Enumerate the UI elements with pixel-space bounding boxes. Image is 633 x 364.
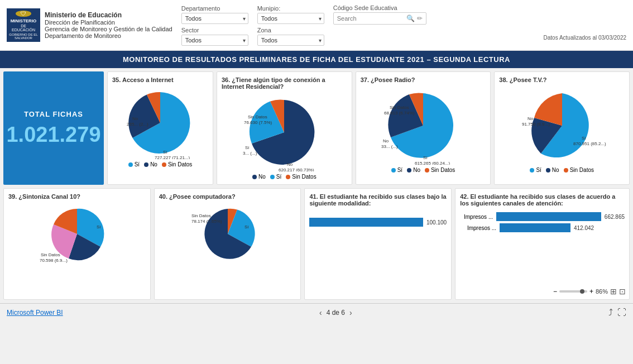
legend-item-no: No (144, 161, 157, 167)
zoom-plus-btn[interactable]: + (589, 288, 593, 295)
fullscreen-icon[interactable]: ⛶ (617, 308, 626, 318)
chart-36-svg: Sin Datos 76.630 (7.5%) Sí 3... (...) No… (239, 93, 329, 171)
municipio-select-wrapper[interactable]: Todos (257, 13, 324, 24)
zona-select-wrapper[interactable]: Todos (257, 35, 324, 46)
card-37-title: 37. ¿Posee Radio? (361, 76, 486, 83)
bar-row-42-1: Impresos ... 662.865 (460, 212, 625, 221)
zoom-fit-icon[interactable]: ⊡ (619, 287, 626, 296)
zona-label: Zona (257, 27, 324, 33)
bar-value-42-2: 412.042 (574, 225, 594, 231)
main-content: TOTAL FICHAS 1.021.279 35. Acceso a Inte… (0, 68, 633, 303)
legend-36-label-no: No (258, 174, 266, 180)
card-38-pie: No 91.750 (8.9...) Sí 870.951 (85.2...) … (499, 87, 625, 173)
zoom-slider[interactable] (559, 290, 587, 293)
logo-title: MINISTERIO (11, 18, 37, 24)
legend-37-label-sindatos: Sin Datos (431, 167, 455, 173)
legend-38-no: No (546, 167, 559, 173)
powerbi-link[interactable]: Microsoft Power BI (7, 309, 63, 317)
prev-page-btn[interactable]: ‹ (319, 308, 322, 317)
legend-37-dot-si (391, 168, 396, 173)
card-38: 38. ¿Posee T.V.? No 91.750 (8.9...) Sí 8… (494, 71, 630, 185)
chart-38-svg: No 91.750 (8.9...) Sí 870.951 (85.2...) (517, 87, 607, 165)
legend-37-sindatos: Sin Datos (425, 167, 455, 173)
legend-36-si: Sí (270, 174, 281, 180)
card-42-bars: Impresos ... 662.865 Impresos ... 412.04… (460, 212, 625, 232)
legend-item-sindatos: Sin Datos (162, 161, 192, 167)
zoom-minus-btn[interactable]: − (553, 288, 557, 295)
svg-text:Sí: Sí (245, 145, 250, 150)
total-fichas-label: TOTAL FICHAS (24, 110, 83, 118)
zoom-thumb (580, 289, 584, 294)
legend-36-label-sindatos: Sin Datos (292, 174, 316, 180)
departamento-select[interactable]: Todos (181, 13, 248, 24)
bar-label-42-1: Impresos ... (460, 214, 493, 220)
top-row: TOTAL FICHAS 1.021.279 35. Acceso a Inte… (3, 71, 630, 185)
svg-text:Sí: Sí (423, 155, 428, 160)
legend-36-sindatos: Sin Datos (286, 174, 316, 180)
chart-40-svg: Sin Datos 78.174 (7.65%) Sí (189, 203, 267, 265)
eraser-icon[interactable]: ✏ (417, 15, 423, 22)
card-36-title: 36. ¿Tiene algún tipo de conexión a Inte… (222, 76, 347, 90)
svg-text:No: No (287, 162, 293, 167)
legend-38-dot-no (546, 168, 550, 173)
bar-row-42-2: Impresos ... 412.042 (460, 223, 625, 232)
legend-37-label-no: No (413, 167, 420, 173)
svg-text:615.265 (60.24...): 615.265 (60.24...) (415, 161, 450, 165)
sector-select[interactable]: Todos (181, 35, 248, 46)
share-icon[interactable]: ⤴ (608, 308, 613, 318)
svg-text:3... (...): 3... (...) (243, 151, 257, 156)
bar-row-41-1: 100.100 (309, 218, 447, 227)
svg-text:Sí: Sí (163, 150, 167, 155)
sector-select-wrapper[interactable]: Todos (181, 35, 248, 46)
search-input[interactable] (337, 15, 404, 22)
search-wrapper[interactable]: 🔍 ✏ (333, 12, 426, 25)
sector-filter: Sector Todos (181, 27, 248, 46)
legend-label-si: Sí (135, 161, 140, 167)
card-35: 35. Acceso a Internet No 235... (2...) S… (107, 71, 213, 185)
municipio-select[interactable]: Todos (257, 13, 324, 24)
next-page-btn[interactable]: › (349, 308, 352, 317)
bar-label-42-2: Impresos ... (460, 225, 496, 231)
departamento-select-wrapper[interactable]: Todos (181, 13, 248, 24)
card-36: 36. ¿Tiene algún tipo de conexión a Inte… (217, 71, 352, 185)
card-39: 39. ¿Sintoniza Canal 10? Sin Datos 70.59… (3, 188, 151, 300)
legend-38-label-no: No (552, 167, 559, 173)
svg-text:76.630 (7.5%): 76.630 (7.5%) (244, 120, 272, 125)
svg-text:727.227 (71.21...): 727.227 (71.21...) (155, 155, 190, 159)
bottom-row: 39. ¿Sintoniza Canal 10? Sin Datos 70.59… (3, 188, 630, 300)
legend-dot-si (128, 162, 133, 167)
chart-35-svg: No 235... (2...) Sí 727.227 (71.21...) (121, 87, 199, 159)
card-35-legend: Sí No Sin Datos (128, 161, 193, 167)
svg-text:70.598 (6.9...): 70.598 (6.9...) (40, 258, 68, 263)
card-41-title: 41. El estudiante ha recibido sus clases… (309, 193, 447, 207)
logo-emblem: 🛡 (16, 11, 31, 17)
card-40: 40. ¿Posee computadora? Sin Datos 78.174… (154, 188, 301, 300)
departamento-filter: Departamento Todos (181, 5, 248, 24)
svg-text:Sin Datos: Sin Datos (248, 114, 267, 119)
legend-37-no: No (407, 167, 420, 173)
legend-38-si: Sí (530, 167, 541, 173)
zoom-expand-icon[interactable]: ⊞ (610, 287, 617, 296)
svg-text:91.750 (8.9...): 91.750 (8.9...) (522, 122, 550, 127)
card-38-legend: Sí No Sin Datos (530, 167, 594, 173)
logo-subtitle: DE EDUCACIÓN (9, 24, 38, 32)
card-42-title: 42. El estudiante ha recibido sus clases… (460, 193, 625, 207)
svg-text:Sin Datos: Sin Datos (41, 252, 60, 257)
ministry-logo: 🛡 MINISTERIO DE EDUCACIÓN GOBIERNO DE EL… (7, 8, 40, 42)
svg-text:235... (2...): 235... (2...) (127, 122, 148, 127)
municipio-filter: Munipio: Todos (257, 5, 324, 24)
legend-38-dot-si (530, 168, 534, 173)
logo-bottom: GOBIERNO DE EL SALVADOR (9, 33, 38, 40)
legend-38-label-si: Sí (536, 167, 541, 173)
card-37-legend: Sí No Sin Datos (391, 167, 455, 173)
svg-text:No: No (132, 116, 138, 121)
legend-37-dot-sindatos (425, 168, 429, 173)
ministry-line2: Dirección de Planificación (45, 19, 172, 26)
svg-text:78.174 (7.65%): 78.174 (7.65%) (191, 219, 222, 224)
footer: Microsoft Power BI ‹ 4 de 6 › ⤴ ⛶ (0, 303, 633, 321)
legend-item-si: Sí (128, 161, 140, 167)
bar-value-41-1: 100.100 (426, 219, 447, 226)
card-42: 42. El estudiante ha recibido sus clases… (455, 188, 630, 300)
banner-text: MONITOREO DE RESULTADOS PRELIMINARES DE … (123, 55, 510, 64)
zona-select[interactable]: Todos (257, 35, 324, 46)
